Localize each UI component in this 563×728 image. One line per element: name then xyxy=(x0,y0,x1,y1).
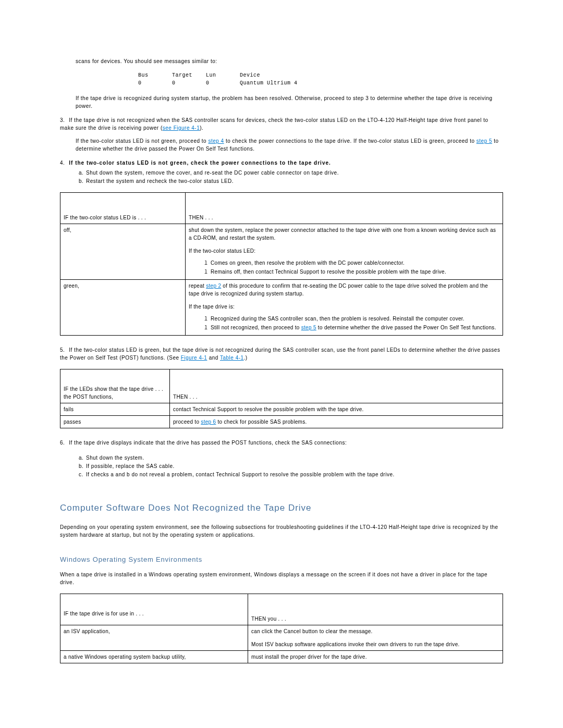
step-6-b: If possible, replace the SAS cable. xyxy=(86,463,175,469)
bullet-icon: l xyxy=(204,260,211,267)
step-4: 4. If the two-color status LED is not gr… xyxy=(60,159,503,185)
table-header: THEN . . . xyxy=(170,369,503,403)
intro-line: scans for devices. You should see messag… xyxy=(76,57,503,65)
cell-p2: If the tape drive is: xyxy=(189,303,499,311)
h3-paragraph: When a tape drive is installed in a Wind… xyxy=(60,571,503,586)
table-row: passes proceed to step 6 to check for po… xyxy=(60,416,503,428)
pre-header: Bus Target Lun Device xyxy=(138,72,260,78)
table-header: IF the LEDs show that the tape drive . .… xyxy=(60,369,170,403)
table-row: fails contact Technical Support to resol… xyxy=(60,403,503,416)
led-status-table: IF the two-color status LED is . . . THE… xyxy=(60,192,503,336)
pre-row: 0 0 0 Quantum Ultrium 4 xyxy=(138,80,298,86)
bullet-text: Recognized during the SAS controller sca… xyxy=(211,316,464,322)
cell-p1: shut down the system, replace the power … xyxy=(189,226,499,242)
step-number: 6. xyxy=(60,439,67,447)
substep-letter: b. xyxy=(79,177,86,185)
bullet-text: Remains off, then contact Technical Supp… xyxy=(211,269,446,275)
step-5: 5. If the two-color status LED is green,… xyxy=(60,346,503,362)
step-5-text-a: If the two-color status LED is green, bu… xyxy=(60,347,500,361)
step-3-p2: If the two-color status LED is not green… xyxy=(76,137,503,153)
step-3: 3. If the tape drive is not recognized w… xyxy=(60,116,503,153)
h2-paragraph: Depending on your operating system envir… xyxy=(60,523,503,539)
link-step-5-b[interactable]: step 5 xyxy=(301,325,316,330)
table-row: off, shut down the system, replace the p… xyxy=(60,224,503,280)
table-cell: repeat step 2 of this procedure to confi… xyxy=(186,280,503,336)
table-row: green, repeat step 2 of this procedure t… xyxy=(60,280,503,336)
substep-letter: b. xyxy=(79,462,86,470)
cell-text: proceed to xyxy=(173,419,201,425)
bullet-text-b: to determine whether the drive passed th… xyxy=(316,325,496,330)
substep-letter: a. xyxy=(79,169,86,177)
table-cell: off, xyxy=(60,224,186,280)
table-cell: green, xyxy=(60,280,186,336)
substep-letter: c. xyxy=(79,471,86,478)
post-table: IF the LEDs show that the tape drive . .… xyxy=(60,369,503,428)
link-figure-4-1[interactable]: Figure 4-1 xyxy=(181,355,207,361)
step-3-p2-b: to check the power connections to the ta… xyxy=(224,138,476,144)
table-cell: an ISV application, xyxy=(60,625,248,651)
table-cell: shut down the system, replace the power … xyxy=(186,224,503,280)
cell-text: of this procedure to confirm that re-sea… xyxy=(189,283,488,297)
table-cell: a native Windows operating system backup… xyxy=(60,651,248,663)
bullet-text: Comes on green, then resolve the problem… xyxy=(211,260,405,266)
bullet-icon: l xyxy=(204,324,211,332)
document-page: scans for devices. You should see messag… xyxy=(0,0,563,728)
step-6: 6. If the tape drive displays indicate t… xyxy=(60,439,503,478)
table-cell: passes xyxy=(60,416,170,428)
cell-p1: repeat step 2 of this procedure to confi… xyxy=(189,282,499,298)
table-header-row: IF the two-color status LED is . . . THE… xyxy=(60,193,503,224)
link-step-5[interactable]: step 5 xyxy=(476,138,492,144)
step-4-a: Shut down the system, remove the cover, … xyxy=(86,170,339,176)
substep-letter: a. xyxy=(79,454,86,462)
section-heading-computer-software: Computer Software Does Not Recognized th… xyxy=(60,501,503,515)
link-see-figure-4-1[interactable]: see Figure 4-1 xyxy=(163,125,200,131)
step-3-text-a: If the tape drive is not recognized when… xyxy=(60,117,488,131)
bullet-icon: l xyxy=(204,315,211,323)
step-4-text: If the two-color status LED is not green… xyxy=(69,160,331,166)
bullet-list: lComes on green, then resolve the proble… xyxy=(204,259,499,276)
bullet-text: Still not recognized, then proceed to st… xyxy=(211,325,496,330)
bullet-text-a: Still not recognized, then proceed to xyxy=(211,325,301,330)
table-header-row: IF the LEDs show that the tape drive . .… xyxy=(60,369,503,403)
cell-p2: If the two-color status LED: xyxy=(189,247,499,255)
device-scan-output: Bus Target Lun Device 0 0 0 Quantum Ultr… xyxy=(138,71,503,87)
link-step-2[interactable]: step 2 xyxy=(206,283,221,289)
table-cell: must install the proper driver for the t… xyxy=(248,651,503,663)
step-number: 5. xyxy=(60,346,67,354)
bullet-list: lRecognized during the SAS controller sc… xyxy=(204,315,499,332)
link-step-4[interactable]: step 4 xyxy=(208,138,224,144)
table-header: IF the two-color status LED is . . . xyxy=(60,193,186,224)
subheading-windows: Windows Operating System Environments xyxy=(60,554,503,565)
table-cell: contact Technical Support to resolve the… xyxy=(170,403,503,416)
step-6-c: If checks a and b do not reveal a proble… xyxy=(86,472,395,477)
after-pre-paragraph: If the tape drive is recognized during s… xyxy=(76,94,503,110)
step-number: 3. xyxy=(60,116,67,124)
cell-p1: can click the Cancel button to clear the… xyxy=(251,627,499,635)
step-6-a: Shut down the system. xyxy=(86,455,144,461)
step-4-b: Restart the system and recheck the two-c… xyxy=(86,178,234,184)
table-cell: can click the Cancel button to clear the… xyxy=(248,625,503,651)
link-table-4-1[interactable]: Table 4-1 xyxy=(220,355,244,361)
step-5-text-b: and xyxy=(207,355,220,361)
cell-text: repeat xyxy=(189,283,206,289)
table-header: IF the tape drive is for use in . . . xyxy=(60,594,248,625)
step-5-text-c: .) xyxy=(244,355,248,361)
step-6-sublist: a.Shut down the system. b.If possible, r… xyxy=(79,454,503,478)
step-6-text: If the tape drive displays indicate that… xyxy=(69,440,347,446)
step-number: 4. xyxy=(60,159,67,167)
step-3-p2-a: If the two-color status LED is not green… xyxy=(76,138,208,144)
table-row: a native Windows operating system backup… xyxy=(60,651,503,663)
link-step-6[interactable]: step 6 xyxy=(201,419,216,425)
bullet-icon: l xyxy=(204,268,211,276)
windows-env-table: IF the tape drive is for use in . . . TH… xyxy=(60,594,503,663)
cell-p2: Most ISV backup software applications in… xyxy=(251,640,499,648)
table-header-row: IF the tape drive is for use in . . . TH… xyxy=(60,594,503,625)
table-cell: proceed to step 6 to check for possible … xyxy=(170,416,503,428)
table-header: THEN . . . xyxy=(186,193,503,224)
table-cell: fails xyxy=(60,403,170,416)
step-4-sublist: a.Shut down the system, remove the cover… xyxy=(79,169,503,185)
table-row: an ISV application, can click the Cancel… xyxy=(60,625,503,651)
step-3-text-b: ). xyxy=(200,125,203,131)
cell-text: to check for possible SAS problems. xyxy=(216,419,307,425)
table-header: THEN you . . . xyxy=(248,594,503,625)
